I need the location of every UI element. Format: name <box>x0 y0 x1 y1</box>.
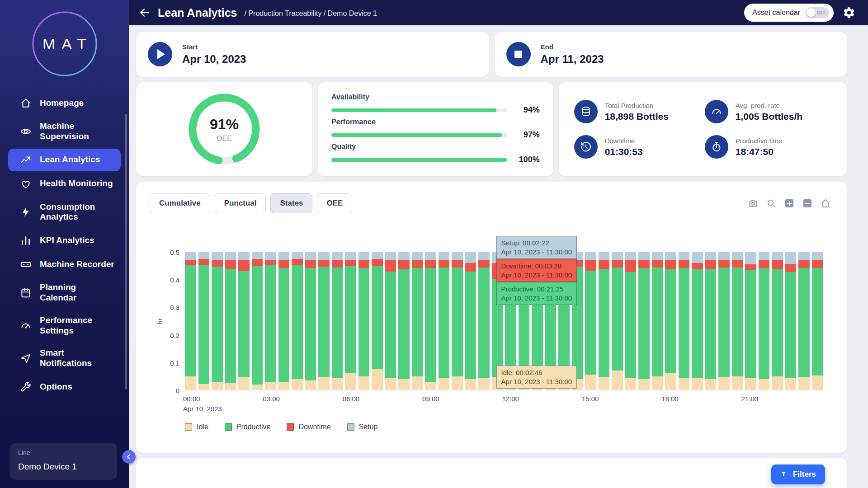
chart-bar[interactable] <box>198 252 210 390</box>
chart-bar[interactable] <box>585 252 596 390</box>
sidebar-item-machine-recorder[interactable]: Machine Recorder <box>8 253 121 276</box>
chart-bar[interactable] <box>345 252 356 390</box>
bar-segment-idle <box>305 380 316 390</box>
asset-calendar-toggle[interactable]: OFF <box>806 7 829 18</box>
progress-fill <box>331 158 507 162</box>
tab-punctual[interactable]: Punctual <box>215 193 266 213</box>
chart-bar[interactable] <box>625 252 637 390</box>
date-range-row: Start Apr 10, 2023 End Apr 11, 2023 <box>136 32 847 77</box>
legend-item-setup[interactable]: Setup <box>347 423 378 431</box>
chart-card: CumulativePunctualStatesOEE hr Setup: 00… <box>136 182 847 453</box>
chart-bar[interactable] <box>759 252 770 390</box>
chart-bar[interactable] <box>732 252 743 390</box>
stats-card: Total Production18,898 BottlesAvg. prod.… <box>559 82 847 176</box>
bar-segment-setup <box>398 252 410 260</box>
sidebar-item-homepage[interactable]: Homepage <box>8 92 121 114</box>
bar-segment-idle <box>759 379 770 390</box>
back-button[interactable] <box>139 7 151 19</box>
sidebar-item-lean-analytics[interactable]: Lean Analytics <box>8 149 121 171</box>
chart-bar[interactable] <box>385 252 396 390</box>
bar-segment-downtime <box>225 260 236 268</box>
sidebar-item-kpi-analytics[interactable]: KPI Analytics <box>8 229 121 252</box>
tab-cumulative[interactable]: Cumulative <box>150 193 210 213</box>
chart-bar[interactable] <box>612 252 623 390</box>
chart-bar[interactable] <box>478 252 490 390</box>
sidebar-item-options[interactable]: Options <box>8 375 121 398</box>
sidebar-item-performance-settings[interactable]: Performance Settings <box>8 310 121 342</box>
chart-bar[interactable] <box>812 252 823 390</box>
bar-segment-idle <box>225 383 236 390</box>
chart-bar[interactable] <box>252 252 263 390</box>
sidebar-collapse-button[interactable] <box>122 450 136 464</box>
chart-bar[interactable] <box>359 252 370 390</box>
bar-segment-idle <box>599 377 610 390</box>
sidebar-item-smart-notifications[interactable]: Smart Notifications <box>8 343 121 374</box>
chart-bar[interactable] <box>412 252 423 390</box>
bar-segment-idle <box>745 378 756 390</box>
settings-button[interactable] <box>843 6 855 19</box>
chart-bar[interactable] <box>398 252 410 390</box>
chart-bar[interactable] <box>452 252 463 390</box>
chart-bar[interactable] <box>718 252 730 390</box>
bar-segment-productive <box>425 268 436 381</box>
chart-bar[interactable] <box>465 252 476 390</box>
chart-bar[interactable] <box>772 252 783 390</box>
zoom-button[interactable] <box>766 198 777 209</box>
chart-bar[interactable] <box>278 252 290 390</box>
line-selector[interactable]: Line Demo Device 1 <box>10 443 117 480</box>
bar-segment-productive <box>238 271 250 377</box>
chart-bar[interactable] <box>372 252 383 390</box>
stat-value: 01:30:53 <box>605 146 643 157</box>
chart-bar[interactable] <box>332 252 343 390</box>
bar-segment-idle <box>425 382 436 390</box>
stat-text: Total Production18,898 Bottles <box>605 102 669 122</box>
zoom-out-button[interactable] <box>802 198 813 209</box>
chart-bar[interactable] <box>265 252 276 390</box>
chart-bar[interactable] <box>212 252 223 390</box>
bar-segment-productive <box>198 265 210 384</box>
sidebar-item-machine-supervision[interactable]: Machine Supervision <box>8 116 121 147</box>
chart-bar[interactable] <box>745 252 756 390</box>
stat-label: Total Production <box>605 102 669 109</box>
bar-segment-setup <box>679 252 690 260</box>
chart-bar[interactable] <box>705 252 717 390</box>
asset-calendar-pill[interactable]: Asset calendar OFF <box>744 4 834 22</box>
zoom-in-button[interactable] <box>784 198 795 209</box>
chart-bar[interactable] <box>185 252 196 390</box>
sidebar-item-health-monitoring[interactable]: Health Monitoring <box>8 173 121 195</box>
bar-segment-productive <box>478 267 490 378</box>
bar-segment-downtime <box>305 260 316 268</box>
chart-bar[interactable] <box>425 252 436 390</box>
tooltip-productive: Productive: 00:21:25 Apr 10, 2023 - 11:3… <box>496 282 577 305</box>
chart-bar[interactable] <box>599 252 610 390</box>
zoom-icon <box>766 198 777 209</box>
sidebar-item-consumption-analytics[interactable]: Consumption Analytics <box>8 197 121 228</box>
tab-oee[interactable]: OEE <box>317 193 352 213</box>
home-button[interactable] <box>820 198 831 209</box>
chart-bar[interactable] <box>798 252 810 390</box>
legend-item-downtime[interactable]: Downtime <box>287 423 330 431</box>
filters-button[interactable]: Filters <box>771 465 825 484</box>
chart-bar[interactable] <box>305 252 316 390</box>
sidebar-item-planning-calendar[interactable]: Planning Calendar <box>8 277 121 309</box>
back-arrow-icon <box>139 7 151 19</box>
camera-button[interactable] <box>748 198 759 209</box>
chart-bar[interactable] <box>785 252 797 390</box>
chart-bar[interactable] <box>238 252 250 390</box>
chart-bar[interactable] <box>439 252 450 390</box>
y-tick-label: 0 <box>176 387 179 394</box>
legend-item-idle[interactable]: Idle <box>185 423 208 431</box>
chart-bar[interactable] <box>225 252 236 390</box>
legend-item-productive[interactable]: Productive <box>225 423 271 431</box>
bar-segment-idle <box>212 382 223 390</box>
chart-bar[interactable] <box>692 252 703 390</box>
chart-bar[interactable] <box>318 252 330 390</box>
chart-bar[interactable] <box>638 252 650 390</box>
sidebar-scrollbar[interactable] <box>125 114 127 389</box>
chart-bar[interactable] <box>292 252 303 390</box>
bar-segment-idle <box>278 382 290 390</box>
tab-states[interactable]: States <box>270 193 312 213</box>
chart-bar[interactable] <box>679 252 690 390</box>
chart-bar[interactable] <box>652 252 663 390</box>
chart-bar[interactable] <box>665 252 676 390</box>
